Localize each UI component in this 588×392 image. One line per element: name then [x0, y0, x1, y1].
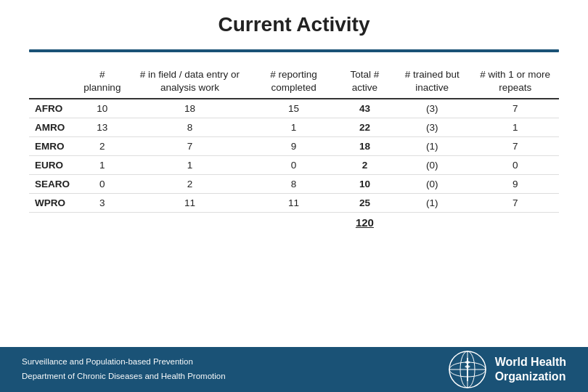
cell-total-label	[29, 213, 75, 233]
cell-total-empty3	[250, 213, 337, 233]
cell-total: 18	[337, 137, 393, 156]
who-name-line1: World Health	[495, 355, 566, 369]
who-logo-icon	[449, 351, 486, 388]
col-header-total: Total # active	[337, 64, 393, 99]
cell-reporting: 0	[250, 156, 337, 175]
cell-trained: (3)	[393, 99, 471, 118]
col-header-with: # with 1 or more repeats	[471, 64, 559, 99]
cell-region: WPRO	[29, 194, 75, 213]
cell-infield: 8	[129, 118, 250, 137]
cell-total-empty1	[75, 213, 129, 233]
grand-total-row: 120	[29, 213, 559, 233]
cell-region: EMRO	[29, 137, 75, 156]
footer-line1: Surveillance and Population-based Preven…	[22, 355, 226, 369]
cell-reporting: 15	[250, 99, 337, 118]
cell-planning: 0	[75, 175, 129, 194]
col-header-reporting: # reporting completed	[250, 64, 337, 99]
cell-total-empty2	[129, 213, 250, 233]
cell-infield: 11	[129, 194, 250, 213]
cell-with: 9	[471, 175, 559, 194]
table-row: WPRO 3 11 11 25 (1) 7	[29, 194, 559, 213]
cell-planning: 13	[75, 118, 129, 137]
cell-infield: 7	[129, 137, 250, 156]
who-name-line2: Organization	[495, 369, 566, 384]
cell-planning: 3	[75, 194, 129, 213]
cell-infield: 1	[129, 156, 250, 175]
cell-total-empty5	[471, 213, 559, 233]
footer-text: Surveillance and Population-based Preven…	[22, 355, 226, 383]
cell-total: 22	[337, 118, 393, 137]
cell-with: 0	[471, 156, 559, 175]
cell-infield: 2	[129, 175, 250, 194]
cell-infield: 18	[129, 99, 250, 118]
cell-reporting: 9	[250, 137, 337, 156]
col-header-region	[29, 64, 75, 99]
cell-region: EURO	[29, 156, 75, 175]
page: Current Activity # planning # in field /…	[0, 0, 588, 392]
table-row: AFRO 10 18 15 43 (3) 7	[29, 99, 559, 118]
footer-line2: Department of Chronic Diseases and Healt…	[22, 369, 226, 384]
page-title: Current Activity	[29, 13, 559, 36]
cell-trained: (1)	[393, 194, 471, 213]
cell-region: AMRO	[29, 118, 75, 137]
cell-with: 7	[471, 194, 559, 213]
cell-planning: 10	[75, 99, 129, 118]
cell-trained: (0)	[393, 156, 471, 175]
cell-with: 7	[471, 99, 559, 118]
footer: Surveillance and Population-based Preven…	[0, 347, 588, 392]
table-row: EMRO 2 7 9 18 (1) 7	[29, 137, 559, 156]
who-organization-name: World Health Organization	[495, 355, 566, 384]
table-row: EURO 1 1 0 2 (0) 0	[29, 156, 559, 175]
cell-grand-total: 120	[337, 213, 393, 233]
table-row: AMRO 13 8 1 22 (3) 1	[29, 118, 559, 137]
col-header-planning: # planning	[75, 64, 129, 99]
title-section: Current Activity	[29, 0, 559, 44]
footer-logo: World Health Organization	[449, 351, 566, 388]
cell-region: AFRO	[29, 99, 75, 118]
cell-trained: (1)	[393, 137, 471, 156]
cell-total: 10	[337, 175, 393, 194]
cell-total: 25	[337, 194, 393, 213]
col-header-infield: # in field / data entry or analysis work	[129, 64, 250, 99]
cell-total: 2	[337, 156, 393, 175]
cell-trained: (3)	[393, 118, 471, 137]
cell-with: 7	[471, 137, 559, 156]
cell-reporting: 8	[250, 175, 337, 194]
divider-line	[29, 49, 559, 52]
cell-region: SEARO	[29, 175, 75, 194]
cell-trained: (0)	[393, 175, 471, 194]
table-header-row: # planning # in field / data entry or an…	[29, 64, 559, 99]
table-row: SEARO 0 2 8 10 (0) 9	[29, 175, 559, 194]
activity-table: # planning # in field / data entry or an…	[29, 64, 559, 232]
cell-total-empty4	[393, 213, 471, 233]
cell-reporting: 11	[250, 194, 337, 213]
main-content: Current Activity # planning # in field /…	[0, 0, 588, 347]
cell-planning: 2	[75, 137, 129, 156]
cell-reporting: 1	[250, 118, 337, 137]
cell-with: 1	[471, 118, 559, 137]
col-header-trained: # trained but inactive	[393, 64, 471, 99]
cell-planning: 1	[75, 156, 129, 175]
cell-total: 43	[337, 99, 393, 118]
